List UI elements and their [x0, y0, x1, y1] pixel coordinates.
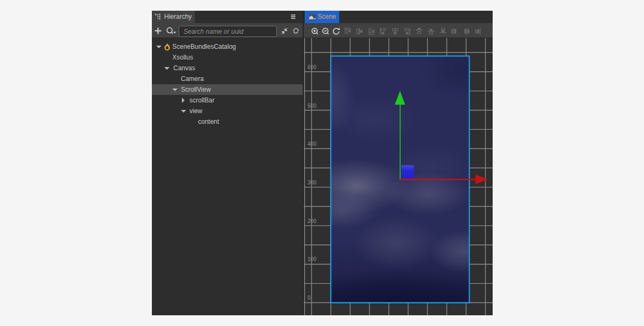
svg-text:200: 200 — [308, 218, 317, 224]
svg-text:600: 600 — [308, 64, 317, 70]
svg-text:500: 500 — [308, 103, 317, 109]
svg-text:300: 300 — [308, 180, 317, 186]
svg-text:0: 0 — [308, 295, 311, 301]
svg-text:100: 100 — [308, 256, 317, 262]
svg-text:400: 400 — [308, 141, 317, 147]
